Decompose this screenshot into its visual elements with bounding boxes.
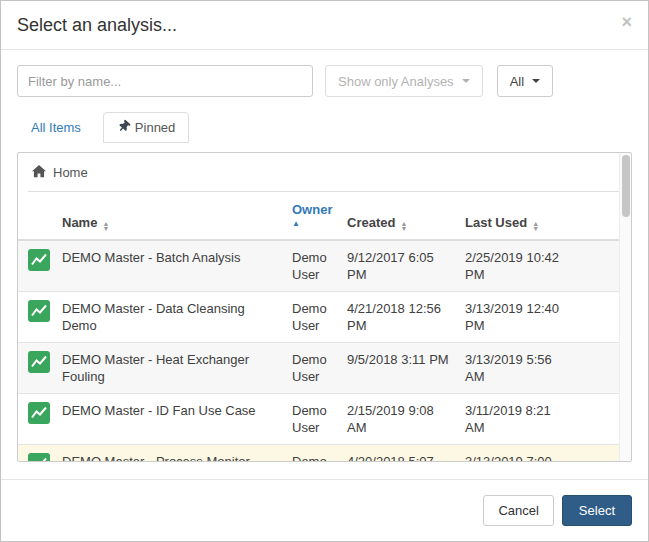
analysis-last-used: 2/25/2019 10:42 PM <box>465 249 567 283</box>
analysis-icon <box>28 361 50 376</box>
sort-arrows-icon <box>102 221 109 231</box>
table-row[interactable]: DEMO Master - Data Cleansing Demo Demo U… <box>18 292 619 343</box>
analysis-owner: Demo User <box>292 453 331 462</box>
table-header-row: Name Owner Created Last Used <box>18 192 619 240</box>
analysis-created: 9/12/2017 6:05 PM <box>347 249 449 283</box>
table-row[interactable]: DEMO Master - Process Monitor Demo User … <box>18 445 619 463</box>
analysis-name: DEMO Master - Batch Analysis <box>62 249 263 266</box>
sort-arrows-icon <box>400 221 407 231</box>
analysis-name: DEMO Master - ID Fan Use Case <box>62 402 263 419</box>
close-icon[interactable]: × <box>621 13 632 31</box>
column-header-owner[interactable]: Owner <box>284 192 339 240</box>
tab-pinned[interactable]: Pinned <box>103 112 189 143</box>
type-filter-dropdown[interactable]: Show only Analyses <box>325 65 483 97</box>
modal-title: Select an analysis... <box>17 15 632 36</box>
filter-input[interactable] <box>17 65 313 97</box>
analysis-last-used: 3/13/2019 7:00 <box>465 453 567 462</box>
analysis-icon <box>28 412 50 427</box>
analysis-owner: Demo User <box>292 351 331 385</box>
column-header-last-used[interactable]: Last Used <box>457 192 619 240</box>
table-row[interactable]: DEMO Master - Heat Exchanger Fouling Dem… <box>18 343 619 394</box>
modal-footer: Cancel Select <box>1 479 648 541</box>
analysis-icon <box>28 310 50 325</box>
scrollbar-thumb[interactable] <box>622 155 630 217</box>
column-header-created[interactable]: Created <box>339 192 457 240</box>
analysis-last-used: 3/13/2019 12:40 PM <box>465 300 567 334</box>
analysis-owner: Demo User <box>292 300 331 334</box>
table-row[interactable]: DEMO Master - Batch Analysis Demo User 9… <box>18 240 619 292</box>
analyses-table: Name Owner Created Last Used <box>18 192 619 462</box>
modal-body: Show only Analyses All All Items Pinned <box>1 50 648 462</box>
chevron-down-icon <box>462 79 470 83</box>
analysis-owner: Demo User <box>292 249 331 283</box>
scope-dropdown[interactable]: All <box>497 65 553 97</box>
pin-icon <box>113 118 132 137</box>
analysis-name: DEMO Master - Data Cleansing Demo <box>62 300 263 334</box>
scrollbar[interactable] <box>619 153 631 461</box>
chevron-down-icon <box>532 79 540 83</box>
tab-all-items[interactable]: All Items <box>17 112 95 143</box>
analysis-created: 4/20/2018 5:07 <box>347 453 449 462</box>
analysis-name: DEMO Master - Process Monitor <box>62 453 263 462</box>
items-panel: Home Name Owner <box>17 152 632 462</box>
analysis-created: 9/5/2018 3:11 PM <box>347 351 449 368</box>
modal-header: Select an analysis... × <box>1 1 648 50</box>
analysis-icon <box>28 259 50 274</box>
sort-ascending-icon <box>292 220 331 228</box>
analysis-created: 4/21/2018 12:56 PM <box>347 300 449 334</box>
analysis-last-used: 3/11/2019 8:21 AM <box>465 402 567 436</box>
tab-pinned-label: Pinned <box>135 120 175 135</box>
scope-label: All <box>510 74 524 89</box>
analysis-last-used: 3/13/2019 5:56 AM <box>465 351 567 385</box>
column-header-icon <box>18 192 54 240</box>
select-analysis-modal: Select an analysis... × Show only Analys… <box>0 0 649 542</box>
analysis-name: DEMO Master - Heat Exchanger Fouling <box>62 351 263 385</box>
tabs: All Items Pinned <box>17 112 632 143</box>
breadcrumb-label: Home <box>53 165 88 180</box>
cancel-button[interactable]: Cancel <box>483 495 553 526</box>
toolbar: Show only Analyses All <box>17 65 632 97</box>
type-filter-label: Show only Analyses <box>338 74 454 89</box>
sort-arrows-icon <box>532 221 539 231</box>
breadcrumb[interactable]: Home <box>18 153 631 191</box>
table-row[interactable]: DEMO Master - ID Fan Use Case Demo User … <box>18 394 619 445</box>
analysis-owner: Demo User <box>292 402 331 436</box>
analysis-created: 2/15/2019 9:08 AM <box>347 402 449 436</box>
column-header-name[interactable]: Name <box>54 192 284 240</box>
home-icon <box>32 164 46 181</box>
select-button[interactable]: Select <box>562 495 632 526</box>
